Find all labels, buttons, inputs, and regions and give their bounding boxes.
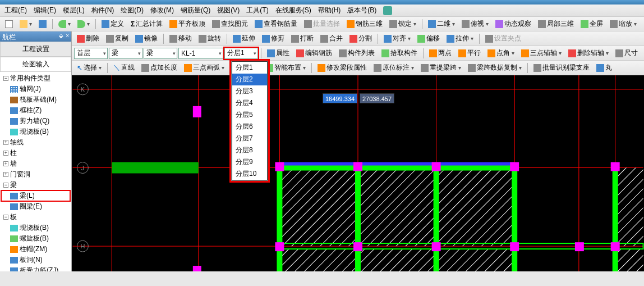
coord-x[interactable]: 16499.334 [323,93,357,103]
extend-button[interactable]: 延伸 [230,32,258,45]
move-button[interactable]: 移动 [167,32,195,45]
findview-button[interactable]: 查找图元 [209,17,251,30]
tree-group-beam[interactable]: −梁 [1,180,70,190]
menu-tools[interactable]: 工具(T) [244,4,270,16]
batchsel-button[interactable]: 批量选择 [301,17,343,30]
define-button[interactable]: 定义 [99,17,127,30]
tree-group[interactable]: +轴线 [1,137,70,148]
menu-draw[interactable]: 绘图(D) [118,4,146,16]
arc3-button[interactable]: 三点画弧▾ [181,61,227,74]
props-button[interactable]: 属性 [264,47,292,60]
dropdown-item[interactable]: 分层3 [232,85,267,97]
tree-item[interactable]: 现浇板(B) [1,126,70,137]
new-button[interactable] [2,19,16,30]
stretch-button[interactable]: 拉伸▾ [444,32,476,45]
merge-button[interactable]: 合并 [318,32,346,45]
subcategory-combo[interactable]: 梁▾ [144,48,177,59]
menu-project[interactable]: 工程(E) [2,4,29,16]
dropdown-item-selected[interactable]: 分层2 [232,74,267,85]
tree-item[interactable]: 螺旋板(B) [1,233,70,244]
category-combo[interactable]: 梁▾ [109,48,142,59]
tree-item[interactable]: 柱帽(ZM) [1,244,70,255]
tree-item[interactable]: 剪力墙(Q) [1,116,70,126]
dynobs-button[interactable]: 动态观察 [493,17,534,30]
modbeam-button[interactable]: 修改梁段属性 [315,61,370,74]
tree-item[interactable]: 现浇板(B) [1,223,70,233]
split-button[interactable]: 分割 [347,32,375,45]
menu-floor[interactable]: 楼层(L) [61,4,87,16]
tree-item[interactable]: 轴网(J) [1,84,70,94]
tree-item[interactable]: 筏板基础(M) [1,94,70,105]
dropdown-item[interactable]: 分层10 [232,168,267,180]
tree-group[interactable]: +墙 [1,158,70,169]
select-button[interactable]: ↖ 选择▾ [74,61,104,74]
more-button[interactable]: 丸 [594,61,615,74]
dropdown-item[interactable]: 分层9 [232,156,267,168]
inplace-button[interactable]: 原位标注▾ [371,61,417,74]
beamdata-button[interactable]: 梁跨数据复制▾ [465,61,525,74]
mirror-button[interactable]: 镜像 [132,32,160,45]
pin-icon[interactable]: ⬙ [59,33,63,40]
floor-combo[interactable]: 首层▾ [74,48,108,59]
menu-online[interactable]: 在线服务(S) [273,4,314,16]
lock-button[interactable]: 锁定▾ [387,17,419,30]
menu-rebar[interactable]: 钢筋量(Q) [178,4,213,16]
batchbeam-button[interactable]: 批量识别梁支座 [531,61,592,74]
open-button[interactable]: ▾ [17,19,35,30]
delaux-button[interactable]: 删除辅轴▾ [565,47,611,60]
tree-group[interactable]: +门窗洞 [1,169,70,180]
parallel-button[interactable]: 平行 [456,47,484,60]
tree-item[interactable]: 框柱(Z) [1,105,70,116]
tree-item-beam[interactable]: 梁(L) [1,190,70,201]
dropdown-item[interactable]: 分层5 [232,109,267,121]
dim-button[interactable]: 尺寸 [613,47,641,60]
rebar3d-button[interactable]: 钢筋三维 [344,17,385,30]
redo-button[interactable]: ▾ [75,19,93,30]
view2d-button[interactable]: 二维▾ [425,17,458,30]
tab-project-settings[interactable]: 工程设置 [0,42,71,57]
tree-group[interactable]: +柱 [1,148,70,158]
dropdown-item[interactable]: 分层4 [232,97,267,109]
menu-component[interactable]: 构件(N) [89,4,117,16]
layer-combo[interactable]: 分层1▾ [224,48,258,59]
line-button[interactable]: ＼直线 [111,61,137,74]
dropdown-item[interactable]: 分层7 [232,133,267,144]
menu-view[interactable]: 视图(V) [215,4,242,16]
fullscreen-button[interactable]: 全屏 [578,17,606,30]
offset-button[interactable]: 偏移 [415,32,443,45]
save-button[interactable] [36,19,49,30]
tree-item[interactable]: 板洞(N) [1,255,70,265]
tree-group-slab[interactable]: −板 [1,212,70,223]
pickcomp-button[interactable]: 拾取构件 [379,47,420,60]
menu-edit[interactable]: 编辑(E) [31,4,58,16]
close-icon[interactable]: × [66,33,69,40]
dropdown-item[interactable]: 分层1 [232,62,267,74]
topview-button[interactable]: 俯视▾ [459,17,491,30]
editrebar-button[interactable]: 编辑钢筋 [293,47,335,60]
rotate-button[interactable]: 旋转 [196,32,224,45]
ptlen-button[interactable]: 点加长度 [139,61,180,74]
local3d-button[interactable]: 局部三维 [535,17,577,30]
drawing-canvas[interactable]: K J H 16499.334 27038.457 [72,75,644,271]
copy-button[interactable]: 复制 [103,32,131,45]
flatten-button[interactable]: 平齐板顶 [167,17,208,30]
respanbeam-button[interactable]: 重提梁跨▾ [418,61,464,74]
tree-root[interactable]: −常用构件类型 [1,73,70,84]
dropdown-item[interactable]: 分层6 [232,121,267,133]
menu-version[interactable]: 版本号(B) [345,4,379,16]
menu-help[interactable]: 帮助(H) [316,4,343,16]
align-button[interactable]: 对齐▾ [381,32,413,45]
break-button[interactable]: 打断 [288,32,316,45]
threeaux-button[interactable]: 三点辅轴▾ [518,47,564,60]
tab-draw-input[interactable]: 绘图输入 [0,57,71,72]
angle-button[interactable]: 点角▾ [485,47,517,60]
complist-button[interactable]: 构件列表 [336,47,378,60]
tree-item[interactable]: 板受力筋(ZJ) [1,265,70,271]
checkrebar-button[interactable]: 查看钢筋量 [252,17,300,30]
twopoint-button[interactable]: 两点 [426,47,454,60]
scale-button[interactable]: 缩放▾ [607,17,640,30]
tree-item[interactable]: 圈梁(E) [1,201,70,212]
app-icon[interactable] [383,6,392,15]
dropdown-item[interactable]: 分层8 [232,144,267,156]
sumcalc-button[interactable]: Σ 汇总计算 [128,17,165,30]
